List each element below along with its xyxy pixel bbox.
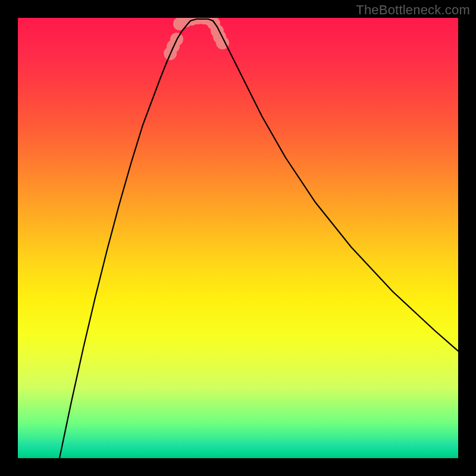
marker-group	[164, 18, 229, 60]
plot-area	[18, 18, 458, 458]
curve-svg	[18, 18, 458, 458]
watermark-text: TheBottleneck.com	[356, 2, 470, 18]
bottleneck-curve	[60, 19, 458, 458]
chart-frame: TheBottleneck.com	[0, 0, 476, 476]
